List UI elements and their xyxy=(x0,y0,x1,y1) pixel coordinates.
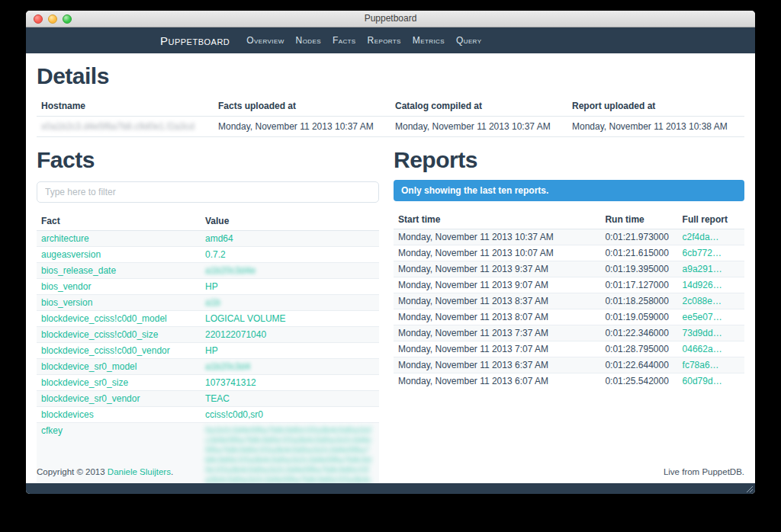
full-report-link[interactable]: 2c088e… xyxy=(683,296,722,306)
report-run-time: 0:01:19.059000 xyxy=(600,309,677,325)
reports-header-start-time: Start time xyxy=(394,210,600,229)
nav-item-reports[interactable]: Reports xyxy=(368,35,401,46)
facts-section: Facts Fact Value architectureamd64augeas… xyxy=(37,137,379,483)
details-heading: Details xyxy=(37,63,744,89)
fact-value-link[interactable]: amd64 xyxy=(205,233,233,244)
app-window: Puppetboard Puppetboard OverviewNodesFac… xyxy=(26,11,755,494)
report-start-time: Monday, November 11 2013 7:07 AM xyxy=(394,341,600,357)
redacted-fact-value: a1b20c3d4 xyxy=(205,361,250,372)
copyright-prefix: Copyright © 2013 xyxy=(37,467,108,476)
report-row: Monday, November 11 2013 8:07 AM0:01:19.… xyxy=(394,309,744,325)
fact-name-link[interactable]: blockdevice_sr0_model xyxy=(41,361,137,372)
fact-name-link[interactable]: blockdevice_cciss!c0d0_size xyxy=(41,329,158,340)
report-row: Monday, November 11 2013 10:07 AM0:01:21… xyxy=(394,245,744,261)
report-start-time: Monday, November 11 2013 7:37 AM xyxy=(394,325,600,341)
details-table: Hostname Facts uploaded at Catalog compi… xyxy=(37,96,744,137)
report-row: Monday, November 11 2013 6:37 AM0:01:22.… xyxy=(394,357,744,373)
nav-item-facts[interactable]: Facts xyxy=(333,35,356,46)
fact-name-link[interactable]: augeasversion xyxy=(41,249,101,260)
fact-name-link[interactable]: blockdevices xyxy=(41,409,94,420)
fact-row: blockdevice_cciss!c0d0_vendorHP xyxy=(37,343,379,359)
fact-row: architectureamd64 xyxy=(37,231,379,247)
nav-item-nodes[interactable]: Nodes xyxy=(296,35,321,46)
facts-header-value: Value xyxy=(201,212,379,231)
report-run-time: 0:01:22.346000 xyxy=(600,325,677,341)
fact-name-link[interactable]: bios_vendor xyxy=(41,281,91,292)
full-report-link[interactable]: a9a291… xyxy=(683,264,722,274)
fact-value-link[interactable]: cciss!c0d0,sr0 xyxy=(205,409,263,420)
details-header-hostname: Hostname xyxy=(37,96,214,117)
redacted-fact-value: a1b20c3d4e xyxy=(205,265,256,276)
window-minimize-button[interactable] xyxy=(48,14,57,24)
nav-item-query[interactable]: Query xyxy=(456,35,481,46)
page-footer: Copyright © 2013 Daniele Sluijters. Live… xyxy=(37,467,744,476)
fact-row: bios_release_datea1b20c3d4e xyxy=(37,263,379,279)
report-start-time: Monday, November 11 2013 10:07 AM xyxy=(394,245,600,261)
fact-row: blockdevice_sr0_modela1b20c3d4 xyxy=(37,359,379,375)
fact-name-link[interactable]: bios_version xyxy=(41,297,92,308)
window-close-button[interactable] xyxy=(34,14,43,24)
report-row: Monday, November 11 2013 9:07 AM0:01:17.… xyxy=(394,277,744,293)
fact-value-link[interactable]: HP xyxy=(205,345,218,356)
reports-table: Start time Run time Full report Monday, … xyxy=(394,210,744,389)
report-start-time: Monday, November 11 2013 9:37 AM xyxy=(394,261,600,277)
reports-header-row: Start time Run time Full report xyxy=(394,210,744,229)
fact-value-link[interactable]: HP xyxy=(205,281,218,292)
details-header-report-uploaded: Report uploaded at xyxy=(567,96,744,117)
window-title: Puppetboard xyxy=(26,11,755,27)
fact-value-link[interactable]: 0.7.2 xyxy=(205,249,226,260)
full-report-link[interactable]: c2f4da… xyxy=(683,232,719,242)
fact-name-link[interactable]: blockdevice_cciss!c0d0_model xyxy=(41,313,167,324)
report-run-time: 0:01:18.258000 xyxy=(600,293,677,309)
report-row: Monday, November 11 2013 7:37 AM0:01:22.… xyxy=(394,325,744,341)
report-row: Monday, November 11 2013 9:37 AM0:01:19.… xyxy=(394,261,744,277)
nav-item-overview[interactable]: Overview xyxy=(246,35,284,46)
full-report-link[interactable]: 60d79d… xyxy=(683,376,722,386)
fact-row: blockdevicescciss!c0d0,sr0 xyxy=(37,407,379,423)
full-report-link[interactable]: 14d926… xyxy=(683,280,722,290)
facts-header-fact: Fact xyxy=(37,212,201,231)
fact-name-link[interactable]: blockdevice_sr0_size xyxy=(41,377,128,388)
facts-uploaded-value: Monday, November 11 2013 10:37 AM xyxy=(214,117,390,137)
fact-name-link[interactable]: cfkey xyxy=(41,425,63,436)
details-header-row: Hostname Facts uploaded at Catalog compi… xyxy=(37,96,744,117)
live-from-puppetdb-text: Live from PuppetDB. xyxy=(664,467,744,476)
report-run-time: 0:01:21.973000 xyxy=(600,229,677,245)
fact-value-link[interactable]: TEAC xyxy=(205,393,230,404)
window-titlebar[interactable]: Puppetboard xyxy=(26,11,755,27)
facts-filter-input[interactable] xyxy=(37,181,379,203)
window-resize-grip[interactable] xyxy=(745,485,754,493)
window-zoom-button[interactable] xyxy=(63,14,72,24)
full-report-link[interactable]: ee5e07… xyxy=(683,312,722,322)
reports-section: Reports Only showing the last ten report… xyxy=(394,137,744,483)
full-report-link[interactable]: 04662a… xyxy=(683,344,722,354)
report-row: Monday, November 11 2013 6:07 AM0:01:25.… xyxy=(394,373,744,389)
fact-value-link[interactable]: 1073741312 xyxy=(205,377,256,388)
report-run-time: 0:01:28.795000 xyxy=(600,341,677,357)
facts-table: Fact Value architectureamd64augeasversio… xyxy=(37,212,379,483)
desktop-background: Puppetboard Puppetboard OverviewNodesFac… xyxy=(0,0,781,532)
nav-item-metrics[interactable]: Metrics xyxy=(413,35,445,46)
full-report-link[interactable]: fc78a6… xyxy=(683,360,719,370)
redacted-fact-value: a1b xyxy=(205,297,220,308)
catalog-compiled-value: Monday, November 11 2013 10:37 AM xyxy=(390,117,567,137)
fact-name-link[interactable]: architecture xyxy=(41,233,89,244)
report-start-time: Monday, November 11 2013 8:37 AM xyxy=(394,293,600,309)
fact-value-link[interactable]: LOGICAL VOLUME xyxy=(205,313,286,324)
hostname-redacted-value: x0a1b2c3.d4e5f6a7b8.c9d0e1.f2a3cd xyxy=(41,121,194,132)
facts-heading: Facts xyxy=(37,147,379,173)
author-link[interactable]: Daniele Sluijters xyxy=(108,467,171,476)
report-start-time: Monday, November 11 2013 8:07 AM xyxy=(394,309,600,325)
fact-name-link[interactable]: bios_release_date xyxy=(41,265,116,276)
navbar-brand[interactable]: Puppetboard xyxy=(160,34,230,47)
fact-name-link[interactable]: blockdevice_cciss!c0d0_vendor xyxy=(41,345,170,356)
full-report-link[interactable]: 6cb772… xyxy=(683,248,722,258)
full-report-link[interactable]: 73d9dd… xyxy=(683,328,722,338)
fact-value-link[interactable]: 220122071040 xyxy=(205,329,266,340)
page-content: Details Hostname Facts uploaded at Catal… xyxy=(26,53,755,483)
fact-row: blockdevice_sr0_vendorTEAC xyxy=(37,391,379,407)
report-start-time: Monday, November 11 2013 9:07 AM xyxy=(394,277,600,293)
window-controls xyxy=(34,14,72,24)
copyright-suffix: . xyxy=(171,467,173,476)
fact-name-link[interactable]: blockdevice_sr0_vendor xyxy=(41,393,140,404)
